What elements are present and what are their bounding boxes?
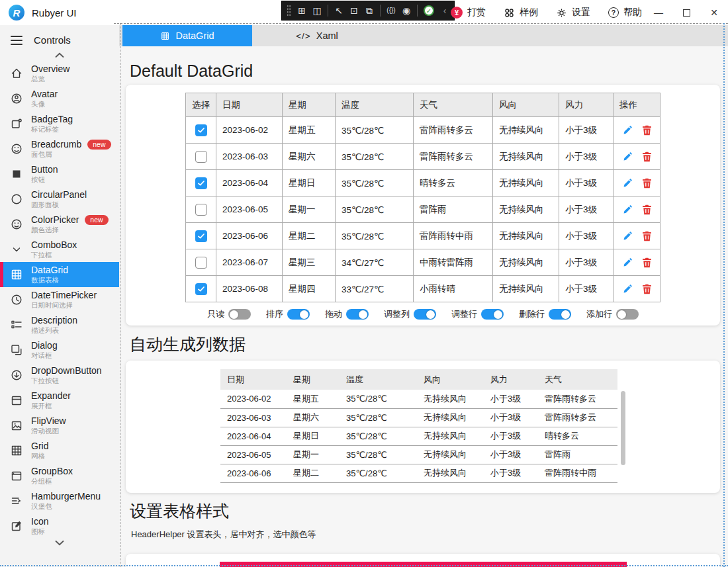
row-checkbox[interactable] (195, 230, 207, 242)
table-row[interactable]: 2023-06-06星期二35℃/28℃雷阵雨转中雨无持续风向小于3级 (186, 223, 660, 249)
vs-debug-toolbar: ⊞◫↖⊡⧉({})◉✓‹ (281, 1, 455, 21)
sidebar-item-colorpicker[interactable]: ColorPickernew颜色选择 (0, 212, 119, 237)
sidebar-item-subtitle: 下拉框 (31, 250, 119, 259)
column-header-2[interactable]: 星期 (283, 93, 336, 117)
screenshot-icon[interactable]: ◫ (312, 6, 322, 15)
styled-grid-header-bar (220, 562, 627, 567)
column-header-3[interactable]: 温度 (336, 93, 414, 117)
sidebar-item-badgetag[interactable]: BadgeTag标记标签 (0, 111, 119, 136)
collapse-toolbar-icon[interactable]: ‹ (440, 6, 449, 15)
edit-button[interactable] (622, 257, 633, 268)
live-visual-tree-icon[interactable]: ⊞ (297, 6, 306, 15)
menu-item-help[interactable]: ?帮助 (608, 7, 642, 19)
track-element-icon[interactable]: ⧉ (365, 6, 374, 15)
toggle-调整列[interactable] (414, 309, 436, 320)
sidebar-item-avatar[interactable]: Avatar头像 (0, 86, 119, 111)
hot-reload-icon[interactable]: ({}) (387, 7, 396, 14)
delete-button[interactable] (642, 204, 652, 215)
column-header-6[interactable]: 风力 (559, 93, 614, 117)
sidebar-item-grid[interactable]: Grid网格 (0, 438, 119, 463)
select-element-icon[interactable]: ↖ (334, 6, 343, 15)
menu-item-donate[interactable]: ¥打赏 (451, 7, 486, 19)
row-checkbox[interactable] (195, 283, 207, 295)
table-row[interactable]: 2023-06-02星期五35℃/28℃雷阵雨转多云无持续风向小于3级 (186, 117, 660, 144)
table-row[interactable]: 2023-06-04星期日35℃/28℃无持续风向小于3级晴转多云 (220, 427, 617, 445)
edit-button[interactable] (622, 284, 633, 294)
toggle-删除行[interactable] (549, 309, 571, 320)
toggle-添加行[interactable] (616, 309, 639, 320)
auto-column-header-1[interactable]: 星期 (287, 369, 340, 390)
edit-button[interactable] (622, 152, 633, 162)
sidebar-item-dialog[interactable]: Dialog对话框 (0, 337, 119, 363)
auto-column-header-0[interactable]: 日期 (220, 369, 287, 390)
sidebar-item-expander[interactable]: Expander展开框 (0, 388, 119, 413)
table-row[interactable]: 2023-06-06星期二35℃/28℃无持续风向小于3级雷阵雨转中雨 (220, 464, 617, 482)
toggle-只读[interactable] (228, 309, 251, 320)
sidebar-item-datagrid[interactable]: DataGrid数据表格 (0, 262, 119, 287)
delete-button[interactable] (642, 284, 652, 294)
minimize-button[interactable]: — (645, 0, 672, 25)
hot-reload-success-icon[interactable]: ✓ (424, 5, 434, 16)
maximize-button[interactable] (672, 0, 700, 25)
column-header-0[interactable]: 选择 (186, 93, 216, 117)
sidebar-item-datetimepicker[interactable]: DateTimePicker日期时间选择 (0, 287, 119, 312)
toggle-拖动[interactable] (346, 309, 369, 320)
row-checkbox[interactable] (195, 177, 207, 189)
display-adorners-icon[interactable]: ⊡ (349, 6, 359, 15)
delete-button[interactable] (642, 257, 652, 268)
sidebar-item-icon[interactable]: Icon图标 (0, 513, 119, 539)
sidebar-item-dropdownbutton[interactable]: DropDownButton下拉按钮 (0, 363, 119, 388)
toggle-调整行[interactable] (481, 309, 504, 320)
sidebar-item-description[interactable]: Description描述列表 (0, 312, 119, 337)
edit-button[interactable] (622, 204, 633, 215)
table-row[interactable]: 2023-06-08星期四33℃/27℃小雨转晴无持续风向小于3级 (186, 276, 660, 302)
accessibility-checker-icon[interactable]: ◉ (402, 6, 411, 15)
row-checkbox[interactable] (195, 257, 207, 269)
table-row[interactable]: 2023-06-07星期三34℃/27℃中雨转雷阵雨无持续风向小于3级 (186, 249, 660, 276)
toolbar-grip[interactable] (287, 5, 291, 17)
auto-column-header-3[interactable]: 风向 (417, 369, 484, 390)
sidebar-item-hamburgermenu[interactable]: HamburgerMenu汉堡包 (0, 488, 119, 513)
weather-cell: 晴转多云 (414, 170, 493, 196)
auto-column-header-4[interactable]: 风力 (484, 369, 538, 390)
table-row[interactable]: 2023-06-05星期一35℃/28℃无持续风向小于3级雷阵雨 (220, 445, 617, 464)
sidebar-scroll-down-button[interactable] (0, 540, 119, 546)
delete-button[interactable] (642, 125, 652, 136)
sidebar-item-combobox[interactable]: ComboBox下拉框 (0, 237, 119, 262)
row-checkbox[interactable] (195, 204, 207, 216)
menu-item-settings[interactable]: 设置 (556, 7, 590, 19)
menu-item-samples[interactable]: 样例 (504, 7, 538, 19)
sidebar-scroll-up-button[interactable] (0, 52, 119, 58)
table-row[interactable]: 2023-06-02星期五35℃/28℃无持续风向小于3级雷阵雨转多云 (220, 390, 617, 408)
table-row[interactable]: 2023-06-03星期六35℃/28℃雷阵雨转多云无持续风向小于3级 (186, 144, 660, 170)
table-row[interactable]: 2023-06-04星期日35℃/28℃晴转多云无持续风向小于3级 (186, 170, 660, 196)
sidebar-item-button[interactable]: Button按钮 (0, 161, 119, 187)
column-header-5[interactable]: 风向 (493, 93, 559, 117)
column-header-1[interactable]: 日期 (216, 93, 283, 117)
scrollbar-thumb[interactable] (621, 391, 625, 465)
edit-button[interactable] (622, 125, 633, 136)
sidebar-item-groupbox[interactable]: GroupBox分组框 (0, 463, 119, 488)
delete-button[interactable] (642, 152, 652, 162)
edit-button[interactable] (622, 231, 633, 241)
auto-column-header-2[interactable]: 温度 (340, 369, 417, 390)
sidebar-item-flipview[interactable]: FlipView滑动视图 (0, 413, 119, 438)
delete-button[interactable] (642, 231, 652, 241)
table-row[interactable]: 2023-06-05星期一35℃/28℃雷阵雨无持续风向小于3级 (186, 196, 660, 223)
column-header-7[interactable]: 操作 (614, 93, 660, 117)
auto-column-header-5[interactable]: 天气 (538, 369, 617, 390)
table-row[interactable]: 2023-06-03星期六35℃/28℃无持续风向小于3级雷阵雨转多云 (220, 408, 617, 427)
column-header-4[interactable]: 天气 (414, 93, 493, 117)
row-checkbox[interactable] (195, 124, 207, 136)
tab-datagrid[interactable]: DataGrid (122, 25, 252, 46)
tab-xaml[interactable]: </> Xaml (252, 25, 382, 46)
row-checkbox[interactable] (195, 151, 207, 163)
toggle-排序[interactable] (287, 309, 310, 320)
sidebar-item-overview[interactable]: Overview总览 (0, 61, 119, 86)
hamburger-menu-icon[interactable] (11, 36, 23, 45)
edit-button[interactable] (622, 178, 633, 189)
close-button[interactable]: ✕ (700, 0, 728, 25)
sidebar-item-breadcrumb[interactable]: Breadcrumbnew面包屑 (0, 136, 119, 161)
delete-button[interactable] (642, 178, 652, 189)
sidebar-item-circularpanel[interactable]: CircularPanel圆形面板 (0, 187, 119, 212)
